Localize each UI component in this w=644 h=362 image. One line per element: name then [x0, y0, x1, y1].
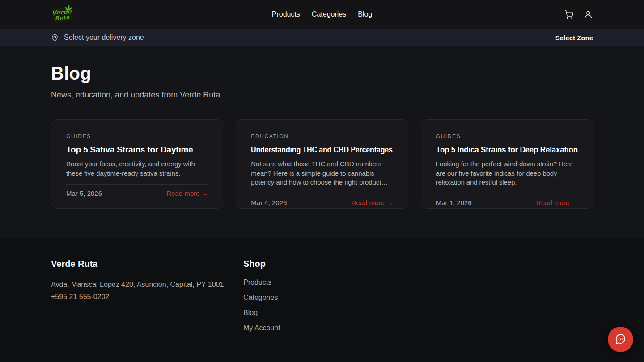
page-title: Blog — [51, 63, 593, 84]
divider — [251, 194, 393, 194]
read-more-link[interactable]: Read more → — [166, 189, 208, 197]
chat-button[interactable] — [608, 327, 633, 352]
nav-link-blog[interactable]: Blog — [358, 10, 372, 18]
arrow-right-icon: → — [572, 200, 578, 206]
footer-link-products[interactable]: Products — [243, 278, 271, 286]
zone-message: Select your delivery zone — [64, 34, 144, 42]
footer-phone: +595 21 555-0202 — [51, 293, 243, 301]
chat-bubble-icon — [614, 333, 627, 345]
footer-brand-column: Verde Ruta Avda. Mariscal López 420, Asu… — [51, 259, 243, 339]
post-excerpt: Boost your focus, creativity, and energy… — [66, 160, 208, 178]
footer-link-categories[interactable]: Categories — [243, 294, 278, 301]
footer-divider — [51, 356, 593, 356]
blog-card-grid: GUIDES Top 5 Sativa Strains for Daytime … — [51, 119, 593, 209]
footer-link-my-account[interactable]: My Account — [243, 324, 280, 332]
footer-address: Avda. Mariscal López 420, Asunción, Capi… — [51, 279, 243, 290]
post-date: Mar 5, 2026 — [66, 189, 102, 197]
account-button[interactable] — [584, 10, 593, 19]
footer-shop-title: Shop — [243, 259, 280, 269]
footer-brand-title: Verde Ruta — [51, 259, 243, 269]
user-icon — [584, 10, 593, 19]
page-subtitle: News, education, and updates from Verde … — [51, 90, 593, 100]
card-footer: Mar 1, 2026 Read more → — [436, 199, 578, 206]
post-date: Mar 4, 2026 — [251, 199, 287, 206]
post-excerpt: Not sure what those THC and CBD numbers … — [251, 160, 393, 187]
brand-logo[interactable]: Verde Ruta — [51, 4, 74, 24]
divider — [66, 184, 208, 185]
read-more-link[interactable]: Read more → — [351, 199, 393, 206]
main-nav: Products Categories Blog — [272, 10, 373, 18]
delivery-zone-bar: Select your delivery zone Select Zone — [0, 29, 644, 46]
post-excerpt: Looking for the perfect wind-down strain… — [436, 160, 578, 187]
header-actions — [564, 10, 593, 19]
post-date: Mar 1, 2026 — [436, 199, 472, 206]
nav-link-categories[interactable]: Categories — [312, 10, 346, 18]
post-title: Top 5 Sativa Strains for Daytime — [66, 145, 208, 155]
post-title: Top 5 Indica Strains for Deep Relaxation — [436, 145, 563, 155]
post-category: GUIDES — [436, 133, 578, 139]
verde-ruta-logo-icon: Verde Ruta — [51, 4, 74, 24]
arrow-right-icon: → — [387, 200, 393, 206]
read-more-label: Read more — [166, 189, 199, 197]
read-more-label: Read more — [536, 199, 569, 206]
cart-icon — [564, 10, 574, 19]
post-category: EDUCATION — [251, 133, 393, 139]
map-pin-icon — [51, 34, 59, 42]
cart-button[interactable] — [564, 10, 574, 19]
blog-card[interactable]: GUIDES Top 5 Sativa Strains for Daytime … — [51, 119, 223, 209]
post-category: GUIDES — [66, 133, 208, 139]
blog-page: Blog News, education, and updates from V… — [0, 46, 644, 238]
arrow-right-icon: → — [202, 190, 208, 197]
read-more-label: Read more — [351, 199, 384, 206]
divider — [436, 194, 578, 194]
card-footer: Mar 4, 2026 Read more → — [251, 199, 393, 206]
logo-text-line2: Ruta — [55, 14, 70, 22]
footer-link-blog[interactable]: Blog — [243, 309, 258, 316]
footer-shop-column: Shop Products Categories Blog My Account — [243, 259, 280, 339]
footer-links: Products Categories Blog My Account — [243, 278, 280, 332]
nav-link-products[interactable]: Products — [272, 10, 300, 18]
read-more-link[interactable]: Read more → — [536, 199, 578, 206]
select-zone-link[interactable]: Select Zone — [555, 34, 593, 42]
post-title: Understanding THC and CBD Percentages — [251, 145, 371, 155]
blog-card[interactable]: EDUCATION Understanding THC and CBD Perc… — [236, 119, 408, 209]
card-footer: Mar 5, 2026 Read more → — [66, 189, 208, 197]
site-header: Verde Ruta Products Categories Blog — [0, 0, 644, 29]
blog-card[interactable]: GUIDES Top 5 Indica Strains for Deep Rel… — [421, 119, 593, 209]
site-footer: Verde Ruta Avda. Mariscal López 420, Asu… — [0, 238, 644, 362]
